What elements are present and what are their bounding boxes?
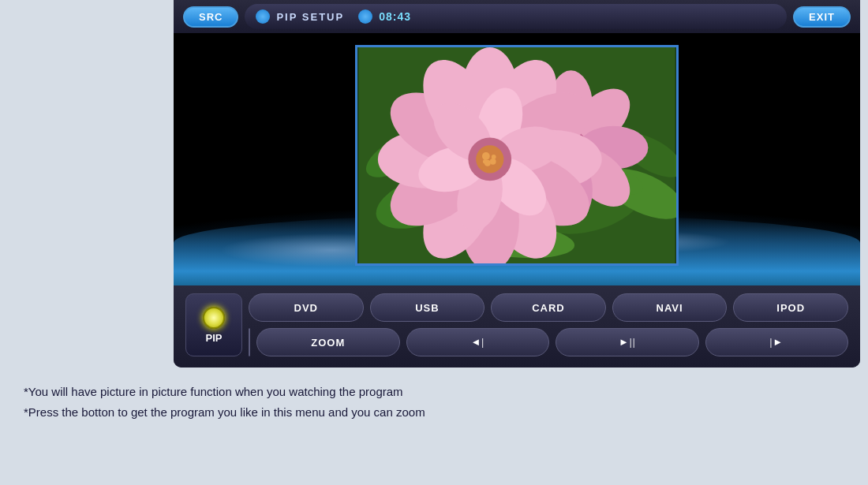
pip-label: PIP	[206, 332, 223, 344]
pip-button[interactable]: PIP	[185, 293, 242, 356]
zoom-button[interactable]: ZOOM	[256, 328, 400, 356]
clock-icon	[358, 9, 372, 24]
video-area	[174, 33, 860, 285]
blank-button-1[interactable]	[249, 328, 250, 356]
controls-wrapper: PIP DVD USB CARD NAVI IPOD ZOOM	[185, 293, 848, 356]
header-time: 08:43	[379, 10, 411, 23]
header-bar: SRC PIP SETUP 08:43 EXIT	[174, 0, 860, 33]
pip-window	[355, 45, 679, 266]
header-center: PIP SETUP 08:43	[245, 4, 787, 29]
svg-point-47	[483, 159, 488, 164]
info-line-1: *You will have picture in picture functi…	[24, 382, 425, 402]
pip-light-icon	[203, 307, 225, 329]
main-container: SRC PIP SETUP 08:43 EXIT	[0, 0, 868, 422]
playpause-button[interactable]: ►||	[556, 328, 699, 356]
controls-row-1: DVD USB CARD NAVI IPOD	[249, 293, 848, 322]
header-title: PIP SETUP	[276, 11, 344, 23]
navi-button[interactable]: NAVI	[612, 293, 728, 322]
pip-setup-icon	[256, 9, 270, 24]
info-line-2: *Press the botton to get the program you…	[24, 402, 425, 423]
info-text: *You will have picture in picture functi…	[0, 367, 449, 422]
ipod-button[interactable]: IPOD	[733, 293, 848, 322]
svg-point-42	[476, 145, 503, 173]
src-button[interactable]: SRC	[183, 6, 238, 28]
exit-button[interactable]: EXIT	[793, 6, 851, 28]
svg-point-46	[492, 155, 496, 159]
flower-image	[357, 47, 676, 263]
next-button[interactable]: |►	[705, 328, 849, 356]
device-panel: SRC PIP SETUP 08:43 EXIT	[174, 0, 860, 367]
usb-button[interactable]: USB	[370, 293, 485, 322]
controls-row-2: ZOOM ◄| ►|| |►	[249, 328, 848, 356]
controls-grid: DVD USB CARD NAVI IPOD ZOOM ◄| ►|| |►	[249, 293, 848, 356]
rewind-button[interactable]: ◄|	[406, 328, 550, 356]
controls-area: PIP DVD USB CARD NAVI IPOD ZOOM	[174, 285, 860, 367]
dvd-button[interactable]: DVD	[249, 293, 364, 322]
svg-point-43	[482, 152, 490, 160]
card-button[interactable]: CARD	[491, 293, 606, 322]
svg-point-44	[490, 159, 496, 165]
